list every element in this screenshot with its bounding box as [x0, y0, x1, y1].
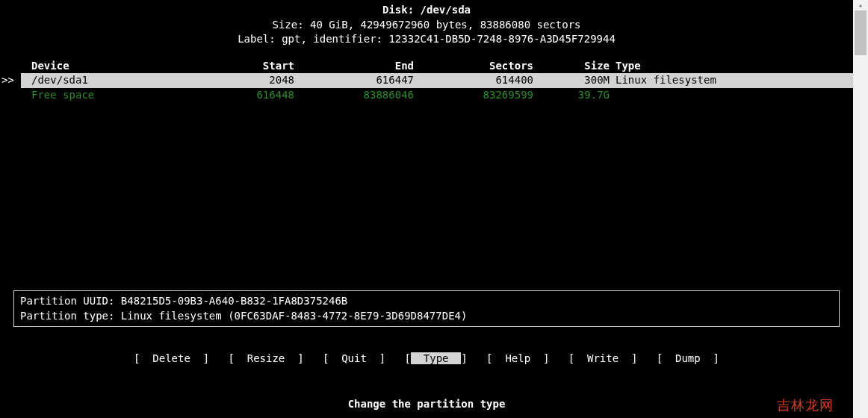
- col-header-size: Size: [533, 59, 616, 74]
- disk-title: Disk: /dev/sda: [0, 3, 853, 18]
- menu-bar: [ Delete ] [ Resize ] [ Quit ] [ Type ] …: [0, 352, 853, 366]
- cell-device: /dev/sda1: [21, 73, 197, 88]
- disk-header: Disk: /dev/sda Size: 40 GiB, 42949672960…: [0, 0, 853, 47]
- cell-size: 300M: [533, 73, 616, 88]
- table-header-row: Device Start End Sectors Size Type: [0, 59, 853, 74]
- vertical-scrollbar[interactable]: ▴: [853, 0, 868, 418]
- menu-item-delete[interactable]: [ Delete ]: [134, 352, 209, 364]
- col-header-end: End: [294, 59, 414, 74]
- scroll-up-icon[interactable]: ▴: [853, 0, 868, 10]
- cell-end: 616447: [294, 73, 414, 88]
- col-header-device: Device: [21, 59, 197, 74]
- cell-start: 616448: [197, 88, 294, 103]
- disk-label-line: Label: gpt, identifier: 12332C41-DB5D-72…: [0, 32, 853, 47]
- cell-sectors: 83269599: [414, 88, 533, 103]
- table-row[interactable]: Free space 616448 83886046 83269599 39.7…: [0, 88, 853, 103]
- col-header-sectors: Sectors: [414, 59, 533, 74]
- row-cursor: [0, 88, 21, 103]
- menu-item-help[interactable]: [ Help ]: [486, 352, 549, 364]
- menu-item-resize[interactable]: [ Resize ]: [228, 352, 303, 364]
- menu-item-write[interactable]: [ Write ]: [568, 352, 638, 364]
- table-row[interactable]: >> /dev/sda1 2048 616447 614400 300M Lin…: [0, 73, 853, 88]
- cell-type: Linux filesystem: [616, 73, 846, 88]
- scrollbar-thumb[interactable]: [855, 10, 867, 55]
- menu-item-quit[interactable]: [ Quit ]: [323, 352, 385, 364]
- partition-info-box: Partition UUID: B48215D5-09B3-A640-B832-…: [13, 290, 840, 327]
- partition-type-line: Partition type: Linux filesystem (0FC63D…: [20, 309, 833, 324]
- row-cursor: >>: [0, 73, 21, 88]
- menu-item-dump[interactable]: [ Dump ]: [657, 352, 719, 364]
- menu-item-type[interactable]: [ Type ]: [404, 352, 467, 364]
- watermark-text: 吉林龙网: [777, 396, 834, 415]
- cell-size: 39.7G: [533, 88, 616, 103]
- cell-end: 83886046: [294, 88, 414, 103]
- cell-sectors: 614400: [414, 73, 533, 88]
- cell-device: Free space: [21, 88, 197, 103]
- hint-line: Change the partition type: [0, 397, 853, 412]
- col-header-type: Type: [616, 59, 846, 74]
- partition-uuid-line: Partition UUID: B48215D5-09B3-A640-B832-…: [20, 294, 833, 309]
- cell-start: 2048: [197, 73, 294, 88]
- partition-table: Device Start End Sectors Size Type >> /d…: [0, 59, 853, 103]
- disk-size-line: Size: 40 GiB, 42949672960 bytes, 8388608…: [0, 18, 853, 33]
- cell-type: [616, 88, 846, 103]
- col-header-start: Start: [197, 59, 294, 74]
- terminal-window: Disk: /dev/sda Size: 40 GiB, 42949672960…: [0, 0, 853, 418]
